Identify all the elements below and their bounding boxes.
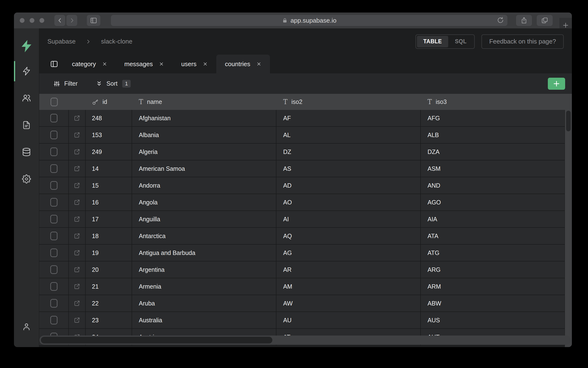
expand-row-button[interactable] bbox=[69, 177, 86, 194]
sql-view-button[interactable]: SQL bbox=[448, 38, 473, 45]
sidebar-item-table-editor[interactable] bbox=[14, 58, 39, 85]
breadcrumb-org[interactable]: Supabase bbox=[47, 38, 75, 45]
expand-row-button[interactable] bbox=[69, 261, 86, 278]
expand-row-button[interactable] bbox=[69, 160, 86, 177]
tab-messages[interactable]: messages bbox=[116, 55, 173, 73]
reload-button[interactable] bbox=[497, 17, 504, 24]
row-checkbox[interactable] bbox=[39, 312, 69, 328]
cell-id[interactable]: 22 bbox=[86, 295, 132, 312]
tab-users[interactable]: users bbox=[173, 55, 216, 73]
cell-iso3[interactable]: AIA bbox=[421, 211, 565, 227]
cell-name[interactable]: Angola bbox=[132, 194, 276, 211]
column-header-iso3[interactable]: T iso3 bbox=[421, 98, 565, 105]
tab-category[interactable]: category bbox=[63, 55, 116, 73]
vertical-scrollbar[interactable] bbox=[565, 110, 572, 347]
sidebar-item-account[interactable] bbox=[14, 313, 39, 340]
sidebar-item-settings[interactable] bbox=[14, 166, 39, 193]
cell-iso3[interactable]: AUS bbox=[421, 312, 565, 328]
horizontal-scrollbar[interactable] bbox=[39, 336, 571, 345]
select-all-checkbox[interactable] bbox=[39, 98, 69, 106]
cell-id[interactable]: 153 bbox=[86, 127, 132, 143]
cell-iso2[interactable]: DZ bbox=[276, 144, 421, 160]
address-bar[interactable]: app.supabase.io bbox=[111, 15, 507, 26]
cell-iso2[interactable]: AG bbox=[276, 245, 421, 261]
cell-id[interactable]: 23 bbox=[86, 312, 132, 328]
cell-id[interactable]: 17 bbox=[86, 211, 132, 227]
cell-name[interactable]: Aruba bbox=[132, 295, 276, 312]
row-checkbox[interactable] bbox=[39, 261, 69, 278]
filter-button[interactable]: Filter bbox=[53, 80, 78, 87]
row-checkbox[interactable] bbox=[39, 177, 69, 194]
cell-iso3[interactable]: AFG bbox=[421, 110, 565, 126]
horizontal-scrollbar-thumb[interactable] bbox=[41, 337, 272, 343]
cell-id[interactable]: 19 bbox=[86, 245, 132, 261]
sidebar-toggle-button[interactable] bbox=[87, 15, 100, 26]
cell-id[interactable]: 18 bbox=[86, 228, 132, 244]
cell-iso3[interactable]: ABW bbox=[421, 295, 565, 312]
expand-row-button[interactable] bbox=[69, 194, 86, 211]
collapse-sidebar-button[interactable] bbox=[45, 55, 63, 73]
column-header-iso2[interactable]: T iso2 bbox=[276, 98, 421, 105]
row-checkbox[interactable] bbox=[39, 228, 69, 244]
forward-button[interactable] bbox=[66, 15, 77, 26]
table-view-button[interactable]: TABLE bbox=[417, 36, 448, 47]
cell-name[interactable]: Afghanistan bbox=[132, 110, 276, 126]
cell-name[interactable]: American Samoa bbox=[132, 160, 276, 177]
cell-name[interactable]: Andorra bbox=[132, 177, 276, 194]
row-checkbox[interactable] bbox=[39, 278, 69, 295]
vertical-scrollbar-thumb[interactable] bbox=[566, 111, 571, 131]
breadcrumb-project[interactable]: slack-clone bbox=[101, 38, 132, 45]
cell-iso2[interactable]: AI bbox=[276, 211, 421, 227]
cell-iso2[interactable]: AD bbox=[276, 177, 421, 194]
expand-row-button[interactable] bbox=[69, 211, 86, 227]
cell-iso2[interactable]: AU bbox=[276, 312, 421, 328]
expand-row-button[interactable] bbox=[69, 228, 86, 244]
cell-iso3[interactable]: ARM bbox=[421, 278, 565, 295]
cell-iso3[interactable]: AND bbox=[421, 177, 565, 194]
cell-iso3[interactable]: ALB bbox=[421, 127, 565, 143]
cell-name[interactable]: Armenia bbox=[132, 278, 276, 295]
cell-id[interactable]: 21 bbox=[86, 278, 132, 295]
row-checkbox[interactable] bbox=[39, 127, 69, 143]
row-checkbox[interactable] bbox=[39, 160, 69, 177]
cell-name[interactable]: Algeria bbox=[132, 144, 276, 160]
cell-iso2[interactable]: AF bbox=[276, 110, 421, 126]
sidebar-item-database[interactable] bbox=[14, 138, 39, 166]
cell-iso3[interactable]: ATG bbox=[421, 245, 565, 261]
cell-iso3[interactable]: AGO bbox=[421, 194, 565, 211]
cell-iso2[interactable]: AR bbox=[276, 261, 421, 278]
window-close-button[interactable] bbox=[20, 18, 25, 23]
window-zoom-button[interactable] bbox=[39, 18, 44, 23]
column-header-name[interactable]: T name bbox=[132, 98, 276, 105]
back-button[interactable] bbox=[54, 15, 65, 26]
column-header-id[interactable]: id bbox=[86, 98, 132, 105]
cell-iso2[interactable]: AO bbox=[276, 194, 421, 211]
cell-name[interactable]: Albania bbox=[132, 127, 276, 143]
window-minimize-button[interactable] bbox=[30, 18, 34, 23]
sidebar-item-home[interactable] bbox=[20, 35, 33, 58]
row-checkbox[interactable] bbox=[39, 110, 69, 126]
cell-id[interactable]: 248 bbox=[86, 110, 132, 126]
close-icon[interactable] bbox=[102, 62, 107, 66]
tab-countries[interactable]: countries bbox=[216, 55, 270, 73]
expand-row-button[interactable] bbox=[69, 312, 86, 328]
cell-iso2[interactable]: AQ bbox=[276, 228, 421, 244]
expand-row-button[interactable] bbox=[69, 144, 86, 160]
cell-name[interactable]: Argentina bbox=[132, 261, 276, 278]
cell-iso3[interactable]: ARG bbox=[421, 261, 565, 278]
cell-name[interactable]: Anguilla bbox=[132, 211, 276, 227]
expand-row-button[interactable] bbox=[69, 127, 86, 143]
cell-name[interactable]: Antigua and Barbuda bbox=[132, 245, 276, 261]
row-checkbox[interactable] bbox=[39, 245, 69, 261]
cell-id[interactable]: 15 bbox=[86, 177, 132, 194]
cell-iso2[interactable]: AL bbox=[276, 127, 421, 143]
expand-row-button[interactable] bbox=[69, 245, 86, 261]
cell-id[interactable]: 16 bbox=[86, 194, 132, 211]
expand-row-button[interactable] bbox=[69, 278, 86, 295]
add-row-button[interactable] bbox=[548, 78, 565, 90]
sidebar-item-auth-users[interactable] bbox=[14, 85, 39, 112]
tab-overview-button[interactable] bbox=[537, 15, 553, 26]
sort-button[interactable]: Sort 1 bbox=[95, 80, 131, 88]
cell-iso2[interactable]: AM bbox=[276, 278, 421, 295]
cell-iso2[interactable]: AW bbox=[276, 295, 421, 312]
